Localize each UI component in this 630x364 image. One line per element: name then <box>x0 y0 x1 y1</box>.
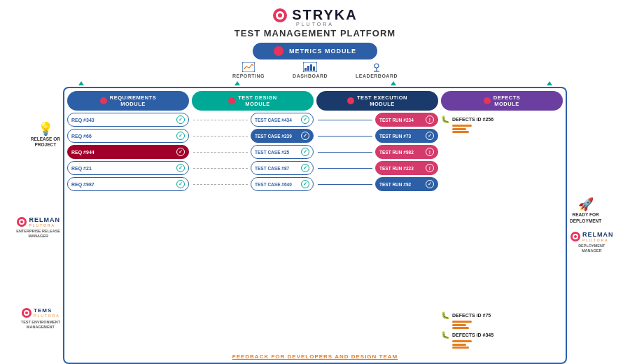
test-design-header: TEST DESIGNMODULE <box>192 91 314 111</box>
req-21-row: REQ #21 ✓ <box>67 161 189 175</box>
diagram-box: REQUIREMENTSMODULE REQ #343 ✓ REQ #66 ✓ <box>63 87 567 364</box>
svg-rect-7 <box>310 64 312 71</box>
bug-icon-2: 🐛 <box>441 312 449 319</box>
tr-line-2 <box>318 136 372 136</box>
left-side: 💡 RELEASE ORPROJECT RELMAN PLUTORA ENTER… <box>7 87 63 364</box>
req-343-check: ✓ <box>176 115 185 124</box>
svg-point-14 <box>20 220 23 223</box>
dashboard-icon <box>303 62 317 72</box>
req-dot <box>100 97 107 104</box>
tc-87-row: TEST CASE #87 ✓ <box>192 161 314 175</box>
tc-434-pill: TEST CASE #434 ✓ <box>251 113 314 127</box>
req-944-pill: REQ #944 ✓ <box>67 145 189 159</box>
line-1 <box>193 120 248 120</box>
tr-92-row: TEST RUN #92 ✓ <box>316 177 438 191</box>
requirements-header: REQUIREMENTSMODULE <box>67 91 189 111</box>
relman-right-item: RELMAN PLUTORA DEPLOYMENTMANAGER <box>570 231 614 253</box>
relman-right-icon <box>570 231 581 242</box>
tr-223-warn: ! <box>426 164 434 172</box>
dashboard-item: DASHBOARD <box>293 62 328 78</box>
tc-25-pill: TEST CASE #25 ✓ <box>251 145 314 159</box>
tr-92-pill: TEST RUN #92 ✓ <box>375 177 438 191</box>
metrics-icon <box>274 46 284 56</box>
tr-line-5 <box>318 184 372 185</box>
arrow-up-2 <box>234 81 240 85</box>
tc-640-check: ✓ <box>301 180 309 188</box>
req-21-pill: REQ #21 ✓ <box>67 161 189 175</box>
tr-234-row: TEST RUN #234 ! <box>316 113 438 127</box>
tc-87-check: ✓ <box>301 164 309 172</box>
logo-sub: PLUTORA <box>296 22 334 27</box>
td-dot <box>228 97 235 104</box>
content-area: 💡 RELEASE ORPROJECT RELMAN PLUTORA ENTER… <box>7 87 623 364</box>
feedback-bar: FEEDBACK FOR DEVELOPERS AND DESIGN TEAM <box>67 354 563 360</box>
line-4 <box>193 168 248 169</box>
svg-rect-5 <box>304 68 307 71</box>
tc-434-row: TEST CASE #434 ✓ <box>192 113 314 127</box>
tems-item: TEMS PLUTORA TEST ENVIRONMENTMANAGEMENT <box>21 307 60 330</box>
req-987-row: REQ #987 ✓ <box>67 177 189 191</box>
reporting-icon <box>242 62 255 72</box>
bug-icon-1: 🐛 <box>441 115 449 123</box>
req-66-check: ✓ <box>176 132 185 140</box>
tr-73-row: TEST RUN #73 ✓ <box>316 129 438 143</box>
tc-434-check: ✓ <box>301 115 309 124</box>
svg-point-9 <box>374 64 379 68</box>
right-side: 🚀 READY FORDEPLOYMENT RELMAN PLUTORA DEP… <box>567 87 623 364</box>
relman-left-item: RELMAN PLUTORA ENTERPRISE RELEASEMANAGER <box>16 216 60 239</box>
svg-rect-6 <box>307 66 309 71</box>
line-3 <box>193 152 248 153</box>
svg-point-20 <box>574 235 577 238</box>
tr-234-pill: TEST RUN #234 ! <box>375 113 438 127</box>
tr-223-pill: TEST RUN #223 ! <box>375 161 438 175</box>
def-dot <box>484 97 491 104</box>
up-arrows-row <box>0 81 630 85</box>
req-343-pill: REQ #343 ✓ <box>67 113 189 127</box>
svg-point-17 <box>25 312 28 314</box>
defect-256-lines <box>452 125 563 133</box>
tr-223-row: TEST RUN #223 ! <box>316 161 438 175</box>
defect-75-lines <box>452 321 563 329</box>
leaderboard-icon <box>370 62 383 72</box>
tr-92-check: ✓ <box>426 180 434 188</box>
tr-line-1 <box>318 120 372 120</box>
test-execution-col: TEST EXECUTIONMODULE TEST RUN #234 ! <box>316 91 438 351</box>
test-design-col: TEST DESIGNMODULE TEST CASE #434 ✓ TEST … <box>192 91 314 351</box>
test-execution-header: TEST EXECUTIONMODULE <box>316 91 438 111</box>
arrow-up-1 <box>78 81 84 85</box>
tr-line-3 <box>318 152 372 153</box>
logo-row: STRYKA <box>272 7 357 23</box>
tc-239-check: ✓ <box>301 132 309 140</box>
svg-rect-8 <box>313 66 315 71</box>
te-dot <box>347 97 354 104</box>
req-944-check: ✓ <box>176 148 185 156</box>
release-project-item: 💡 RELEASE ORPROJECT <box>31 121 60 148</box>
logo-text: STRYKA <box>292 7 357 23</box>
tr-982-row: TEST RUN #982 ! <box>316 145 438 159</box>
relman-icon <box>16 216 27 227</box>
tc-640-pill: TEST CASE #640 ✓ <box>251 177 314 191</box>
defect-345: 🐛 DEFECTS ID #345 <box>441 331 563 349</box>
tc-239-row: TEST CASE #239 ✓ <box>192 129 314 143</box>
metrics-bar: METRICS MODULE <box>253 43 377 59</box>
tr-982-pill: TEST RUN #982 ! <box>375 145 438 159</box>
req-66-row: REQ #66 ✓ <box>67 129 189 143</box>
defects-header: DEFECTSMODULE <box>441 91 563 111</box>
tr-73-pill: TEST RUN #73 ✓ <box>375 129 438 143</box>
defects-col: DEFECTSMODULE 🐛 DEFECTS ID #256 <box>441 91 563 351</box>
line-5 <box>193 184 248 185</box>
modules-row: REQUIREMENTSMODULE REQ #343 ✓ REQ #66 ✓ <box>67 91 563 351</box>
tr-73-check: ✓ <box>426 132 434 140</box>
metrics-label: METRICS MODULE <box>289 48 356 55</box>
req-944-row: REQ #944 ✓ <box>67 145 189 159</box>
bug-icon-3: 🐛 <box>441 331 449 339</box>
arrow-up-4 <box>547 81 552 85</box>
tr-982-warn: ! <box>426 148 434 156</box>
line-2 <box>193 136 248 136</box>
header: STRYKA PLUTORA TEST MANAGEMENT PLATFORM <box>234 7 396 38</box>
req-343-row: REQ #343 ✓ <box>67 113 189 127</box>
req-987-check: ✓ <box>176 180 185 188</box>
req-987-pill: REQ #987 ✓ <box>67 177 189 191</box>
defect-75: 🐛 DEFECTS ID #75 <box>441 312 563 329</box>
reporting-row: REPORTING DASHBOARD LEADERBOARD <box>232 62 398 78</box>
